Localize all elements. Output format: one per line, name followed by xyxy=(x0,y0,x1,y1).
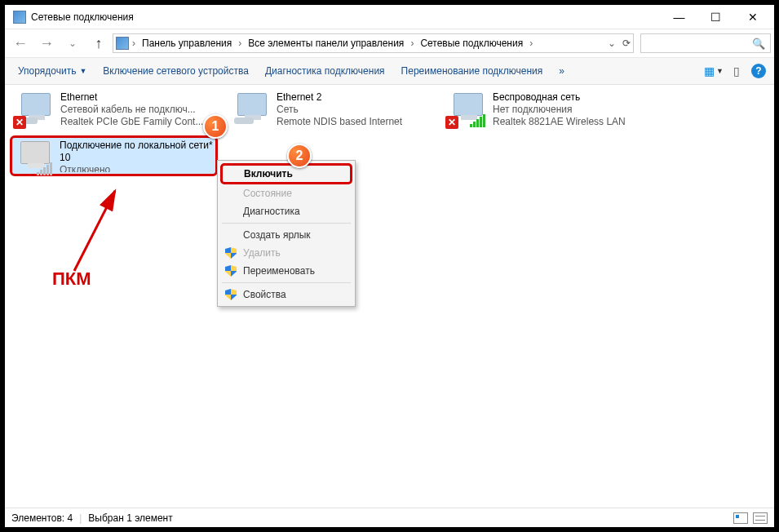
connection-status: Сетевой кабель не подключ... xyxy=(60,104,203,116)
organize-menu[interactable]: Упорядочить▼ xyxy=(10,62,95,80)
command-bar: Упорядочить▼ Включение сетевого устройст… xyxy=(5,57,774,85)
window-title: Сетевые подключения xyxy=(31,11,661,23)
annotation-pkm-label: ПКМ xyxy=(52,268,91,290)
back-button[interactable]: ← xyxy=(8,33,33,53)
status-item-count: Элементов: 4 xyxy=(11,512,73,524)
preview-pane-button[interactable]: ▯ xyxy=(725,64,748,78)
forward-button: → xyxy=(34,33,59,53)
annotation-badge-2: 2 xyxy=(287,144,312,168)
up-button[interactable]: ↑ xyxy=(86,33,111,53)
breadcrumb-item[interactable]: Панель управления xyxy=(139,38,235,49)
app-icon xyxy=(13,11,26,24)
connection-name: Беспроводная сеть xyxy=(493,91,652,104)
svg-line-0 xyxy=(74,191,115,271)
connection-device: Realtek 8821AE Wireless LAN 802.... xyxy=(493,116,652,129)
control-panel-icon xyxy=(116,37,129,50)
annotation-arrow xyxy=(50,181,131,279)
breadcrumb-bar[interactable]: › Панель управления › Все элементы панел… xyxy=(113,33,634,53)
connection-device: Realtek PCIe GbE Family Cont... xyxy=(60,116,203,128)
shield-icon xyxy=(225,289,237,300)
connection-name: Подключение по локальной сети* 10 xyxy=(60,140,214,164)
status-bar: Элементов: 4 | Выбран 1 элемент xyxy=(5,508,774,527)
maximize-button[interactable]: ☐ xyxy=(697,6,734,29)
diagnose-button[interactable]: Диагностика подключения xyxy=(257,62,393,80)
close-button[interactable]: ✕ xyxy=(734,6,771,29)
connection-device: Remote NDIS based Internet Shari... xyxy=(277,116,436,129)
window: Сетевые подключения — ☐ ✕ ← → ⌄ ↑ › Пане… xyxy=(0,0,779,532)
connection-item-wifi[interactable]: ✕ Беспроводная сеть Нет подключения Real… xyxy=(445,90,653,131)
ctx-status: Состояние xyxy=(220,184,352,202)
ctx-properties[interactable]: Свойства xyxy=(220,286,352,304)
overflow-button[interactable]: » xyxy=(551,62,573,80)
ctx-delete: Удалить xyxy=(220,244,352,262)
context-menu: Включить Состояние Диагностика Создать я… xyxy=(217,160,356,307)
refresh-button[interactable]: ⟳ xyxy=(622,38,631,49)
content-area: ✕ Ethernet Сетевой кабель не подключ... … xyxy=(5,85,774,525)
ctx-enable[interactable]: Включить xyxy=(220,163,352,184)
status-selected-count: Выбран 1 элемент xyxy=(88,512,172,524)
view-icons-dropdown[interactable]: ▦▼ xyxy=(702,64,725,78)
ctx-diagnose[interactable]: Диагностика xyxy=(220,202,352,220)
address-dropdown-icon[interactable]: ⌄ xyxy=(608,38,616,49)
connection-name: Ethernet xyxy=(60,91,203,104)
view-large-icons-button[interactable] xyxy=(733,512,748,524)
address-bar-row: ← → ⌄ ↑ › Панель управления › Все элемен… xyxy=(5,29,774,57)
annotation-badge-1: 1 xyxy=(203,114,228,139)
disconnected-icon: ✕ xyxy=(445,116,458,129)
connection-name: Ethernet 2 xyxy=(277,91,436,104)
recent-dropdown[interactable]: ⌄ xyxy=(60,33,85,53)
connection-item-ethernet[interactable]: ✕ Ethernet Сетевой кабель не подключ... … xyxy=(13,90,221,131)
ctx-shortcut[interactable]: Создать ярлык xyxy=(220,226,352,244)
disconnected-icon: ✕ xyxy=(13,116,26,129)
search-input[interactable]: 🔍 xyxy=(640,33,771,53)
view-details-button[interactable] xyxy=(753,512,768,524)
connection-item-ethernet2[interactable]: Ethernet 2 Сеть Remote NDIS based Intern… xyxy=(229,90,437,131)
search-icon: 🔍 xyxy=(752,38,765,50)
help-button[interactable]: ? xyxy=(751,64,766,78)
connection-status: Сеть xyxy=(277,104,436,116)
connection-status: Отключено xyxy=(60,164,214,172)
breadcrumb-item[interactable]: Все элементы панели управления xyxy=(245,38,407,49)
connection-status: Нет подключения xyxy=(493,104,652,116)
minimize-button[interactable]: — xyxy=(661,6,697,29)
enable-device-button[interactable]: Включение сетевого устройства xyxy=(95,62,257,80)
breadcrumb-item[interactable]: Сетевые подключения xyxy=(417,38,526,49)
shield-icon xyxy=(225,247,237,259)
shield-icon xyxy=(225,265,237,277)
connection-item-local10[interactable]: Подключение по локальной сети* 10 Отключ… xyxy=(10,135,218,176)
rename-button[interactable]: Переименование подключения xyxy=(393,62,551,80)
ctx-rename[interactable]: Переименовать xyxy=(220,262,352,280)
titlebar: Сетевые подключения — ☐ ✕ xyxy=(5,5,774,29)
